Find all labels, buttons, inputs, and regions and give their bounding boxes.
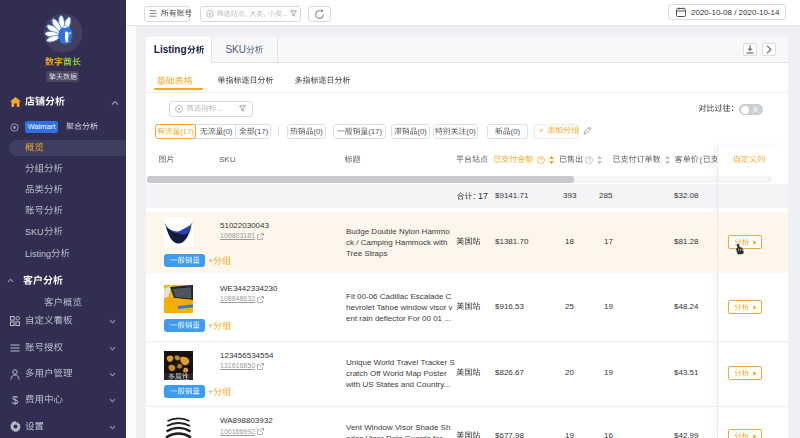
svg-text:?: ? <box>588 157 591 163</box>
svg-text:?: ? <box>540 157 543 163</box>
